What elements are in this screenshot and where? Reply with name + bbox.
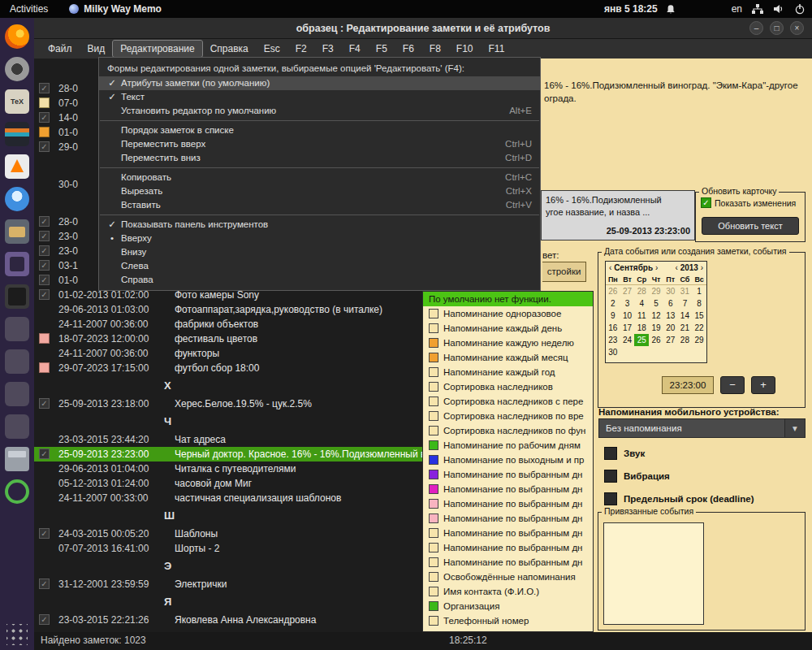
calendar-day[interactable]: 28 bbox=[678, 334, 693, 346]
note-checkbox-icon[interactable]: ✓ bbox=[39, 528, 50, 539]
menu-item[interactable]: ВырезатьCtrl+X bbox=[99, 184, 540, 198]
note-checkbox-icon[interactable]: ✓ bbox=[39, 275, 50, 285]
deadline-checkbox[interactable] bbox=[604, 492, 617, 505]
function-row[interactable]: Напоминание по выбранным дн bbox=[423, 540, 593, 555]
function-row[interactable]: Напоминание по выбранным дн bbox=[423, 555, 593, 570]
note-color-icon[interactable] bbox=[39, 98, 50, 108]
disk-icon[interactable] bbox=[5, 447, 29, 471]
menubar-item-F4[interactable]: F4 bbox=[342, 41, 368, 57]
calendar-day[interactable]: 26 bbox=[649, 334, 663, 346]
calendar-day[interactable]: 12 bbox=[649, 310, 663, 322]
menu-item[interactable]: ✓Атрибуты заметки (по умолчанию) bbox=[99, 76, 540, 90]
calendar-day[interactable] bbox=[634, 346, 649, 358]
note-checkbox-icon[interactable]: ✓ bbox=[39, 83, 50, 93]
menu-item[interactable]: ✓Показывать панель инструментов bbox=[99, 218, 540, 232]
calendar-day[interactable]: 31 bbox=[678, 285, 693, 297]
note-row[interactable]: ✓25-09-2013 23:18:00Херес.Белое.19.5% - … bbox=[34, 396, 422, 411]
calendar-day[interactable]: 30 bbox=[606, 346, 620, 358]
note-checkbox-icon[interactable]: ✓ bbox=[39, 614, 50, 625]
calendar-day[interactable]: 29 bbox=[692, 334, 706, 346]
sound-checkbox-row[interactable]: Звук bbox=[604, 447, 645, 460]
firefox-icon[interactable] bbox=[5, 24, 29, 49]
menu-item[interactable]: ✓Текст bbox=[99, 90, 540, 104]
update-text-button[interactable]: Обновить текст bbox=[702, 217, 799, 235]
window-titlebar[interactable]: образец : Редактирование заметки и её ат… bbox=[34, 18, 812, 39]
note-checkbox-icon[interactable]: ✓ bbox=[39, 231, 50, 241]
videos-icon[interactable] bbox=[5, 122, 29, 146]
calendar-day[interactable]: 4 bbox=[634, 297, 649, 310]
show-changes-checkbox[interactable]: ✓ bbox=[701, 197, 711, 208]
calendar-day[interactable]: 26 bbox=[606, 285, 620, 297]
menubar-item-Вид[interactable]: Вид bbox=[80, 41, 113, 57]
calendar-day[interactable]: 27 bbox=[620, 285, 635, 297]
calendar-day[interactable]: 28 bbox=[634, 285, 649, 297]
show-changes-row[interactable]: ✓ Показать изменения bbox=[701, 197, 796, 208]
calendar-day[interactable]: 7 bbox=[678, 297, 693, 310]
calendar-day[interactable]: 24 bbox=[620, 334, 635, 346]
menu-item[interactable]: Установить редактор по умолчаниюAlt+E bbox=[99, 104, 540, 118]
show-applications-icon[interactable] bbox=[6, 624, 28, 645]
menu-item[interactable]: КопироватьCtrl+C bbox=[99, 171, 540, 184]
note-row[interactable]: ✓25-09-2013 23:23:00Черный доктор. Красн… bbox=[34, 447, 422, 462]
note-row[interactable]: ✓24-03-2015 00:05:20Шаблоны bbox=[34, 526, 422, 541]
mobile-reminder-select[interactable]: Без напоминания ▾ bbox=[598, 418, 806, 438]
calendar-day[interactable] bbox=[678, 346, 693, 358]
menu-item[interactable]: Переместить внизCtrl+D bbox=[99, 151, 540, 165]
settings-icon[interactable] bbox=[5, 57, 29, 81]
note-row[interactable]: 24-11-2007 00:36:00функторы bbox=[34, 346, 422, 361]
ghost3-icon[interactable] bbox=[5, 382, 29, 406]
year-next-icon[interactable]: › bbox=[701, 263, 703, 272]
note-row[interactable]: 24-11-2007 00:33:00частичная специализац… bbox=[34, 491, 422, 505]
close-button[interactable]: × bbox=[790, 21, 804, 35]
note-row[interactable]: 07-07-2013 16:41:00Шорты - 2 bbox=[34, 541, 422, 556]
menu-item[interactable]: Справа bbox=[99, 273, 540, 287]
function-list[interactable]: По умолчанию нет функции.Напоминание одн… bbox=[422, 291, 594, 632]
system-status-area[interactable]: en bbox=[732, 0, 806, 18]
menu-item[interactable]: Порядок заметок в списке bbox=[99, 124, 540, 137]
function-row[interactable]: Напоминание каждый день bbox=[423, 321, 593, 336]
calendar-day[interactable]: 8 bbox=[692, 297, 706, 310]
menu-item[interactable]: •Вверху bbox=[99, 232, 540, 245]
note-checkbox-icon[interactable]: ✓ bbox=[39, 260, 50, 271]
note-checkbox-icon[interactable]: ✓ bbox=[39, 245, 50, 256]
calendar-day[interactable]: 17 bbox=[620, 322, 635, 334]
memo-icon[interactable] bbox=[5, 252, 29, 276]
calendar-day[interactable]: 5 bbox=[649, 297, 663, 310]
calendar[interactable]: ‹ Сентябрь › ‹ 2013 › ПнВтСрЧтПтСбВс 262… bbox=[605, 261, 707, 363]
maximize-button[interactable]: □ bbox=[770, 21, 784, 35]
function-row[interactable]: Напоминание по выходным и пр bbox=[423, 453, 593, 467]
terminal-icon[interactable] bbox=[5, 284, 29, 309]
function-row[interactable]: Напоминание по выбранным дн bbox=[423, 496, 593, 511]
menubar-item-F11[interactable]: F11 bbox=[482, 41, 512, 57]
ghost2-icon[interactable] bbox=[5, 349, 29, 374]
function-row[interactable]: Напоминание по выбранным дн bbox=[423, 482, 593, 496]
menubar-item-Редактирование[interactable]: Редактирование bbox=[113, 41, 201, 57]
note-checkbox-icon[interactable]: ✓ bbox=[39, 398, 50, 409]
note-checkbox-icon[interactable]: ✓ bbox=[39, 216, 50, 227]
note-row[interactable]: 05-12-2013 01:24:00часовой дом Миг bbox=[34, 476, 422, 491]
function-row[interactable]: Напоминание по выбранным дн bbox=[423, 526, 593, 540]
deadline-checkbox-row[interactable]: Предельный срок (deadline) bbox=[604, 492, 754, 505]
function-row[interactable]: Имя контакта (Ф.И.О.) bbox=[423, 584, 593, 599]
calendar-day[interactable]: 10 bbox=[620, 310, 635, 322]
calendar-day[interactable]: 14 bbox=[678, 310, 693, 322]
note-row[interactable]: ✓23-03-2015 22:21:26Яковлева Анна Алекса… bbox=[34, 613, 422, 627]
calendar-day[interactable]: 22 bbox=[692, 322, 706, 334]
time-plus-button[interactable]: + bbox=[751, 376, 775, 394]
linked-events-list[interactable] bbox=[603, 522, 704, 625]
note-checkbox-icon[interactable]: ✓ bbox=[39, 289, 50, 300]
note-checkbox-icon[interactable]: ✓ bbox=[39, 112, 50, 123]
function-row[interactable]: Напоминание каждый месяц bbox=[423, 350, 593, 365]
function-row[interactable]: Сортировка наследников с пере bbox=[423, 394, 593, 409]
note-row[interactable]: 18-07-2023 12:00:00фестиваль цветов bbox=[34, 332, 422, 346]
calendar-day[interactable]: 25 bbox=[634, 334, 649, 346]
activities-button[interactable]: Activities bbox=[10, 3, 48, 15]
calendar-day[interactable]: 6 bbox=[663, 297, 678, 310]
note-row[interactable]: 24-11-2007 00:36:00фабрики объектов bbox=[34, 317, 422, 332]
function-row[interactable]: Организация bbox=[423, 599, 593, 613]
vibration-checkbox-row[interactable]: Вибрация bbox=[604, 470, 670, 483]
function-row[interactable]: Напоминание каждый год bbox=[423, 365, 593, 379]
calendar-day[interactable] bbox=[620, 346, 635, 358]
calendar-day[interactable] bbox=[692, 346, 706, 358]
note-row[interactable]: 29-06-2013 01:03:00Фотоаппарат,зарядка,р… bbox=[34, 302, 422, 317]
